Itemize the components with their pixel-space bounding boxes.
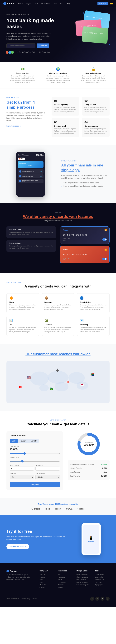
social-facebook[interactable]: f: [90, 597, 94, 601]
hero-description: Download website or entire for leisure. …: [6, 32, 52, 40]
nav-job-promos[interactable]: Job Promos: [40, 2, 50, 4]
nav-care[interactable]: Care: [34, 2, 38, 4]
interest-slider[interactable]: [10, 461, 60, 462]
standard-card-box: Standard Card Choose your training and r…: [6, 226, 56, 238]
app-checklist: It is a long established fact that their…: [61, 182, 110, 188]
footer-link-animation[interactable]: Animation Tool: [95, 579, 110, 580]
footer-terms-link[interactable]: Terms & Conditions: [6, 598, 19, 600]
loan-terms-group: Loan Terms: [35, 464, 60, 470]
footer-link-help[interactable]: Help Centre: [58, 582, 73, 583]
footer-link-blog[interactable]: Blog: [58, 574, 73, 575]
card2-toggle-switch[interactable]: [102, 258, 107, 260]
footer-link-support[interactable]: Support: [58, 587, 73, 588]
card2-toggle[interactable]: [102, 258, 107, 260]
footer-col-company: Company About Us Careers Press News Medi…: [39, 570, 54, 589]
gdrive-icon: 🔵: [80, 296, 107, 300]
footer-col-design-links: Figma Templates Sketch Templates Free Te…: [77, 574, 91, 586]
trusted-logo-sropic: ⬡ sropic: [31, 508, 40, 510]
world-map-svg: [6, 361, 110, 403]
hero-badge-spam: ✓ No Spamming: [37, 52, 50, 53]
nav-home[interactable]: Home: [18, 2, 23, 4]
nav-pages[interactable]: Pages: [26, 2, 31, 4]
nav-blog[interactable]: Blog: [67, 2, 70, 4]
footer-link-events[interactable]: Events: [58, 579, 73, 580]
integration-jira: 📊 Jira Choose your training and register…: [6, 316, 39, 336]
locations-icon: 🌍: [45, 67, 71, 71]
footer-logo-icon: [6, 570, 9, 572]
cta-phone: 📱 Banca App: [73, 523, 110, 555]
navigation: Banca Home Pages Care Job Promos Docs Sh…: [0, 0, 116, 7]
integrations-tag: OUR INTEGRATION: [6, 281, 110, 283]
hero-badge-trial: ✓ Get 30 Days Free Trail: [17, 52, 35, 53]
calc-form-title: Loan Calculator: [10, 434, 60, 437]
cta-get-started-button[interactable]: Get Started Now →: [6, 544, 29, 549]
map-container: 🇺🇸 ➕ 🇿🇦 🇨🇦 📍 🇧🇷 🇯🇵: [6, 361, 110, 403]
card-toggle-switch[interactable]: [102, 238, 107, 241]
start-date-select[interactable]: 20242025: [10, 475, 34, 479]
footer-link-figma[interactable]: Figma Templates: [77, 574, 91, 575]
step-2-num: 02: [84, 100, 107, 103]
footer-link-color[interactable]: Color Tool: [95, 582, 110, 583]
income-label: Annual Income: [35, 473, 60, 474]
social-twitter[interactable]: t: [95, 597, 99, 601]
hero-subscribe-button[interactable]: Subscribe: [37, 44, 49, 48]
loan-learn-more-link[interactable]: Learn More about it >: [6, 125, 22, 127]
app-phone: Good Afternoon! $12,894 🍎 Pay Space Card…: [6, 152, 55, 197]
footer-link-typography[interactable]: Typography: [95, 584, 110, 586]
features-section: 💵 Single term fees Examine problem solvi…: [0, 62, 116, 89]
app-section: Good Afternoon! $12,894 🍎 Pay Space Card…: [0, 145, 116, 203]
footer-link-media[interactable]: Media Kit: [39, 584, 54, 586]
footer-link-personal[interactable]: Personal Templates: [77, 584, 91, 586]
nav-cta-button[interactable]: Get Start: [98, 2, 109, 5]
feature-protected-desc: Examine problem solving is not just abou…: [81, 75, 106, 84]
footer-link-tutorials[interactable]: Tutorials: [58, 584, 73, 586]
footer-brand: Banca An official so-called Lorem ipsum …: [6, 570, 36, 589]
cards-tag: CARDS: [6, 212, 110, 213]
footer-top: Banca An official so-called Lorem ipsum …: [6, 570, 110, 589]
footer-link-press[interactable]: Press: [39, 579, 54, 580]
income-select[interactable]: $50,000$100,000: [35, 475, 60, 479]
calc-tabs: Daily Payment Monthly: [10, 439, 39, 443]
detail-total-val: $13,240*: [101, 475, 107, 477]
nav-shop[interactable]: Shop: [60, 2, 64, 4]
dropbox-icon: 📦: [44, 296, 72, 300]
cards-right: Banca 📶 5524 7285 3580 4080 Smith Flein …: [60, 226, 110, 265]
social-youtube[interactable]: yt: [106, 597, 110, 601]
footer-cookies-link[interactable]: Cookies: [32, 598, 37, 600]
calc-tab-daily[interactable]: Daily: [10, 439, 18, 443]
integrations-grid: 🔶 Slack Choose your training and registe…: [6, 293, 110, 336]
nav-docs[interactable]: Docs: [53, 2, 57, 4]
hero-badges: ✓ Get 30 Days Free Trail ✓ No Spamming: [6, 50, 110, 54]
social-linkedin[interactable]: in: [101, 597, 104, 601]
footer-col-resources: Resources Blog Newsletter Events Help Ce…: [58, 570, 73, 589]
footer-link-news[interactable]: News: [39, 582, 54, 583]
footer-link-newsletter[interactable]: Newsletter: [58, 576, 73, 578]
down-payment-input[interactable]: [10, 466, 34, 470]
loan-amount-slider[interactable]: [10, 453, 60, 454]
apple-pay-button[interactable]: 🍎 Pay: [18, 158, 25, 160]
hero-email-input[interactable]: [6, 44, 35, 48]
footer-link-about[interactable]: About Us: [39, 574, 54, 575]
footer-link-contact[interactable]: Contact: [39, 587, 54, 588]
apply-now-button[interactable]: Apply Now: [10, 482, 60, 487]
footer-link-free-templates[interactable]: Free Templates: [77, 579, 91, 580]
card-toggle[interactable]: [102, 238, 107, 241]
footer-privacy-link[interactable]: Privacy Policy: [21, 598, 30, 600]
cta-phone-mockup: 📱 Banca App: [82, 523, 101, 555]
footer-link-careers[interactable]: Careers: [39, 576, 54, 578]
loan-terms-input[interactable]: [35, 466, 60, 470]
footer-link-sketch[interactable]: Sketch Templates: [77, 576, 91, 578]
trusted-text: Trust Trusted by over 10,000+ customers …: [6, 503, 110, 505]
footer-link-vector[interactable]: Vector Editor: [95, 576, 110, 578]
svg-point-5: [39, 384, 49, 391]
footer-brand-desc: An official so-called Lorem ipsum websit…: [6, 574, 32, 581]
calc-tab-monthly[interactable]: Monthly: [29, 439, 39, 443]
transaction-3-name: Address: Bank, Deposit, Crypto, Invest..…: [22, 180, 42, 182]
calc-tab-payment[interactable]: Payment: [18, 439, 28, 443]
trusted-logo-krisp: krisp: [45, 508, 50, 510]
donut-chart: Total Amount $16,200*: [76, 431, 102, 457]
cta-description: Download website or entire for free. If …: [6, 535, 68, 541]
logo[interactable]: Banca: [3, 2, 14, 5]
footer-link-online-design[interactable]: Online Design: [95, 574, 110, 575]
footer-link-startup[interactable]: Startup Templates: [77, 582, 91, 583]
